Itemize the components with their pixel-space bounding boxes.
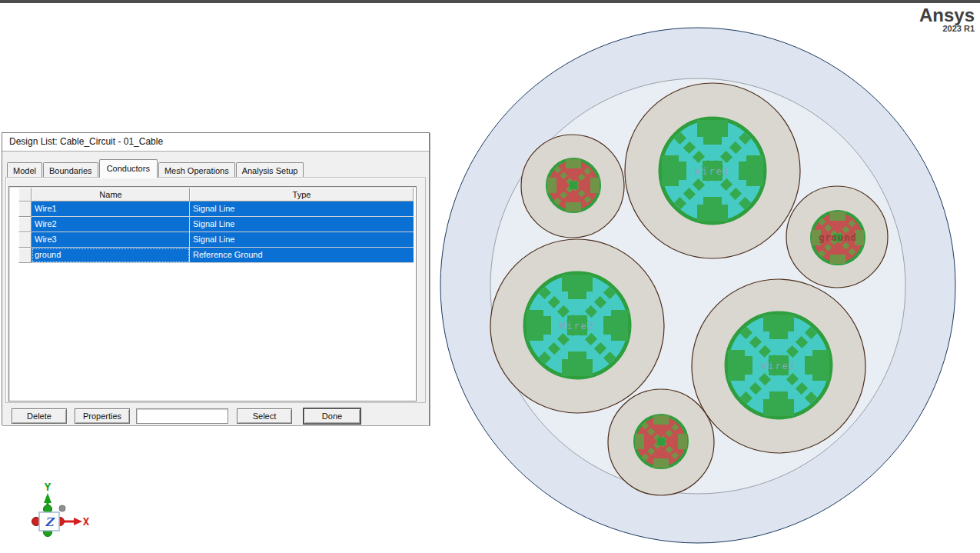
wire2-label: Wire2	[560, 321, 595, 331]
table-row[interactable]: Wire2 Signal Line	[18, 217, 414, 232]
cell-name[interactable]: Wire2	[32, 217, 190, 232]
cell-type[interactable]: Reference Ground	[190, 248, 414, 263]
delete-button[interactable]: Delete	[12, 408, 67, 424]
column-header-name[interactable]: Name	[32, 188, 190, 202]
y-axis-arrow-icon	[44, 493, 51, 503]
design-list-dialog: Design List: Cable_Circuit - 01_Cable Mo…	[2, 132, 430, 425]
cell-type[interactable]: Signal Line	[190, 202, 414, 217]
row-selector[interactable]	[18, 217, 32, 232]
x-axis-arrow-icon	[74, 518, 82, 525]
tab-model[interactable]: Model	[7, 162, 42, 178]
conductor-list[interactable]: Name Type Wire1 Signal Line Wire2 Signal…	[8, 186, 417, 401]
select-button[interactable]: Select	[237, 408, 292, 424]
selection-input[interactable]	[136, 408, 228, 424]
y-axis-label: Y	[45, 481, 51, 493]
cell-type[interactable]: Signal Line	[190, 232, 414, 248]
row-selector[interactable]	[18, 232, 32, 248]
table-row[interactable]: Wire3 Signal Line	[18, 232, 414, 248]
dialog-title[interactable]: Design List: Cable_Circuit - 01_Cable	[2, 133, 429, 152]
cell-name[interactable]: Wire1	[32, 202, 190, 217]
wire3-label: Wire3	[761, 361, 796, 371]
ansys-logo: Ansys 2023 R1	[919, 6, 975, 33]
ground-bottom-conductor[interactable]	[635, 415, 687, 468]
cell-type[interactable]: Signal Line	[190, 217, 414, 232]
table-row[interactable]: Wire1 Signal Line	[18, 202, 414, 217]
row-selector[interactable]	[18, 202, 32, 217]
done-button[interactable]: Done	[304, 408, 360, 424]
coordinate-triad: Y Z X	[32, 481, 90, 537]
properties-button[interactable]: Properties	[75, 408, 130, 424]
ansys-logo-text: Ansys	[919, 6, 975, 25]
dialog-body: Model Boundaries Conductors Mesh Operati…	[2, 152, 429, 425]
ground-label: ground	[819, 232, 856, 243]
cell-name[interactable]: ground	[32, 248, 190, 263]
tab-conductors[interactable]: Conductors	[99, 159, 158, 178]
tab-mesh-operations[interactable]: Mesh Operations	[158, 162, 235, 178]
column-header-type[interactable]: Type	[190, 188, 414, 202]
app-window: Wire1 Wire2 Wire3 ground Y Z X Ansys 202…	[0, 0, 980, 553]
table-row[interactable]: ground Reference Ground	[18, 248, 414, 263]
ground-topleft-conductor[interactable]	[547, 159, 600, 212]
x-axis-label: X	[83, 515, 90, 528]
grid-header-row: Name Type	[18, 188, 414, 202]
wire1-label: Wire1	[695, 166, 730, 177]
cell-name[interactable]: Wire3	[32, 232, 190, 248]
triad-gray-node-icon	[59, 505, 65, 511]
tab-strip: Model Boundaries Conductors Mesh Operati…	[7, 159, 304, 178]
grid-corner-cell	[18, 188, 32, 202]
row-selector[interactable]	[18, 248, 32, 263]
tab-boundaries[interactable]: Boundaries	[43, 162, 98, 178]
tab-analysis-setup[interactable]: Analysis Setup	[236, 162, 304, 178]
conductor-grid: Name Type Wire1 Signal Line Wire2 Signal…	[18, 188, 414, 263]
